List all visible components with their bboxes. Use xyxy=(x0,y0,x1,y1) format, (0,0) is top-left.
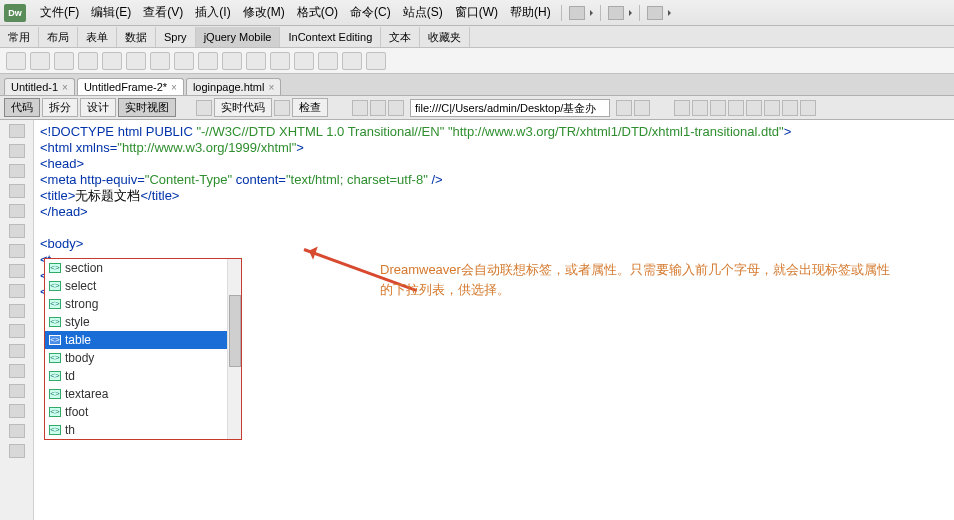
insert-icon[interactable] xyxy=(30,52,50,70)
insert-icon[interactable] xyxy=(294,52,314,70)
gutter-icon[interactable] xyxy=(9,304,25,318)
insert-icon[interactable] xyxy=(126,52,146,70)
menu-site[interactable]: 站点(S) xyxy=(397,4,449,21)
nav-home-icon[interactable] xyxy=(370,100,386,116)
gutter-icon[interactable] xyxy=(9,224,25,238)
gutter-icon[interactable] xyxy=(9,184,25,198)
inspect-toggle-icon[interactable] xyxy=(274,100,290,116)
autocomplete-item[interactable]: <>tbody xyxy=(45,349,241,367)
chevron-down-icon[interactable] xyxy=(629,10,635,16)
insert-icon[interactable] xyxy=(78,52,98,70)
scrollbar[interactable] xyxy=(227,259,241,439)
insert-icon[interactable] xyxy=(6,52,26,70)
autocomplete-item[interactable]: <>th xyxy=(45,421,241,439)
insert-tab-layout[interactable]: 布局 xyxy=(39,27,78,47)
chevron-down-icon[interactable] xyxy=(590,10,596,16)
layout-icon[interactable] xyxy=(569,6,585,20)
insert-icon[interactable] xyxy=(102,52,122,70)
tool-icon[interactable] xyxy=(764,100,780,116)
view-design-button[interactable]: 设计 xyxy=(80,98,116,117)
menu-modify[interactable]: 修改(M) xyxy=(237,4,291,21)
insert-tab-incontext[interactable]: InContext Editing xyxy=(280,27,381,47)
site-icon[interactable] xyxy=(647,6,663,20)
gutter-icon[interactable] xyxy=(9,324,25,338)
gutter-icon[interactable] xyxy=(9,404,25,418)
menu-commands[interactable]: 命令(C) xyxy=(344,4,397,21)
insert-tab-spry[interactable]: Spry xyxy=(156,27,196,47)
addr-dropdown-icon[interactable] xyxy=(616,100,632,116)
view-live-button[interactable]: 实时视图 xyxy=(118,98,176,117)
gutter-icon[interactable] xyxy=(9,344,25,358)
insert-icon[interactable] xyxy=(366,52,386,70)
autocomplete-item[interactable]: <>strong xyxy=(45,295,241,313)
insert-tab-text[interactable]: 文本 xyxy=(381,27,420,47)
tool-icon[interactable] xyxy=(692,100,708,116)
address-field[interactable]: file:///C|/Users/admin/Desktop/基金办 xyxy=(410,99,610,117)
gutter-icon[interactable] xyxy=(9,264,25,278)
tool-icon[interactable] xyxy=(782,100,798,116)
autocomplete-item[interactable]: <>style xyxy=(45,313,241,331)
gutter-icon[interactable] xyxy=(9,364,25,378)
live-code-button[interactable]: 实时代码 xyxy=(214,98,272,117)
insert-icon[interactable] xyxy=(198,52,218,70)
insert-tab-jquerymobile[interactable]: jQuery Mobile xyxy=(196,27,281,47)
menu-insert[interactable]: 插入(I) xyxy=(189,4,236,21)
close-icon[interactable]: × xyxy=(268,82,274,93)
gutter-icon[interactable] xyxy=(9,284,25,298)
doc-tab[interactable]: UntitledFrame-2*× xyxy=(77,78,184,95)
menu-file[interactable]: 文件(F) xyxy=(34,4,85,21)
tool-icon[interactable] xyxy=(800,100,816,116)
gutter-icon[interactable] xyxy=(9,204,25,218)
close-icon[interactable]: × xyxy=(171,82,177,93)
code-editor[interactable]: <!DOCTYPE html PUBLIC "-//W3C//DTD XHTML… xyxy=(34,120,954,520)
tool-icon[interactable] xyxy=(674,100,690,116)
autocomplete-item[interactable]: <>textarea xyxy=(45,385,241,403)
tool-icon[interactable] xyxy=(728,100,744,116)
gutter-icon[interactable] xyxy=(9,424,25,438)
insert-tab-favorites[interactable]: 收藏夹 xyxy=(420,27,470,47)
menu-view[interactable]: 查看(V) xyxy=(137,4,189,21)
insert-icon[interactable] xyxy=(318,52,338,70)
insert-icon[interactable] xyxy=(54,52,74,70)
autocomplete-item[interactable]: <>tfoot xyxy=(45,403,241,421)
extend-icon[interactable] xyxy=(608,6,624,20)
view-code-button[interactable]: 代码 xyxy=(4,98,40,117)
globe-icon[interactable] xyxy=(388,100,404,116)
doc-tab[interactable]: loginpage.html× xyxy=(186,78,281,95)
insert-icon[interactable] xyxy=(342,52,362,70)
tool-icon[interactable] xyxy=(746,100,762,116)
insert-icon[interactable] xyxy=(174,52,194,70)
gutter-icon[interactable] xyxy=(9,384,25,398)
insert-tab-common[interactable]: 常用 xyxy=(0,27,39,47)
doc-tab[interactable]: Untitled-1× xyxy=(4,78,75,95)
menu-help[interactable]: 帮助(H) xyxy=(504,4,557,21)
gutter-icon[interactable] xyxy=(9,244,25,258)
gutter-icon[interactable] xyxy=(9,444,25,458)
insert-tab-data[interactable]: 数据 xyxy=(117,27,156,47)
autocomplete-item-selected[interactable]: <>table xyxy=(45,331,241,349)
menu-edit[interactable]: 编辑(E) xyxy=(85,4,137,21)
autocomplete-item[interactable]: <>select xyxy=(45,277,241,295)
inspect-button[interactable]: 检查 xyxy=(292,98,328,117)
scrollbar-thumb[interactable] xyxy=(229,295,241,367)
insert-icon[interactable] xyxy=(246,52,266,70)
nav-back-icon[interactable] xyxy=(352,100,368,116)
insert-icon[interactable] xyxy=(270,52,290,70)
insert-icon[interactable] xyxy=(222,52,242,70)
insert-tab-forms[interactable]: 表单 xyxy=(78,27,117,47)
gutter-icon[interactable] xyxy=(9,164,25,178)
view-split-button[interactable]: 拆分 xyxy=(42,98,78,117)
chevron-down-icon[interactable] xyxy=(668,10,674,16)
live-options-icon[interactable] xyxy=(634,100,650,116)
tool-icon[interactable] xyxy=(710,100,726,116)
menu-window[interactable]: 窗口(W) xyxy=(449,4,504,21)
autocomplete-item[interactable]: <>td xyxy=(45,367,241,385)
gutter-icon[interactable] xyxy=(9,124,25,138)
gutter-icon[interactable] xyxy=(9,144,25,158)
insert-icon[interactable] xyxy=(150,52,170,70)
menu-format[interactable]: 格式(O) xyxy=(291,4,344,21)
refresh-icon[interactable] xyxy=(196,100,212,116)
autocomplete-popup[interactable]: <>section <>select <>strong <>style <>ta… xyxy=(44,258,242,440)
autocomplete-item[interactable]: <>section xyxy=(45,259,241,277)
close-icon[interactable]: × xyxy=(62,82,68,93)
